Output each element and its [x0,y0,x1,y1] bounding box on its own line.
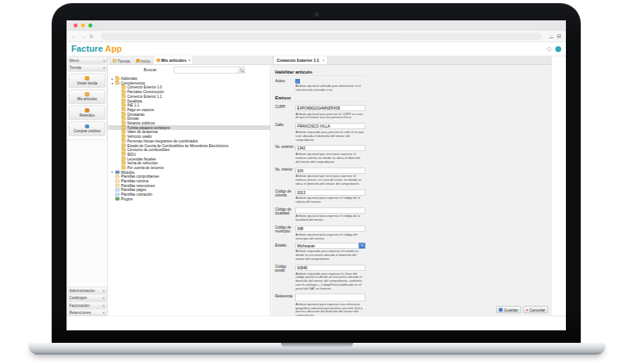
tree-item-label: Complementos [121,81,146,85]
search-button[interactable] [238,67,245,74]
catalog-tree: Addendas Complementos Comercio Exterior … [109,75,271,201]
tree-item-label: Plantillas comprobantes [121,175,160,178]
tab-comercio-exterior[interactable]: Comercio Exterior 1.1 × [273,56,328,65]
form-row-calle: Calle: Atributo requerido para precisar … [276,122,553,143]
search-row: Buscar: [109,65,271,75]
minimize-window-icon[interactable] [81,23,85,27]
tree-item-label: Vehículo usado [128,135,152,139]
chevron-down-icon[interactable]: ▾ [359,243,366,249]
template-icon [116,193,120,196]
tab-tienda[interactable]: Tienda [110,57,133,65]
tree-item[interactable]: Plugins [109,196,271,201]
support-avatar[interactable] [556,46,562,52]
sidebar-section-facturacion[interactable]: Facturación + [67,302,107,309]
field-help: Atributo opcional para expresar una refe… [296,302,366,316]
section-emisor: Emisor [276,95,366,102]
curp-field[interactable] [296,105,366,111]
field-label: No. interior: [276,166,296,187]
tree-item-label: Plantillas nómina [121,179,149,183]
expand-plus-icon: + [103,288,105,293]
no-exterior-field[interactable] [296,146,366,152]
sidebar-section-catalogos[interactable]: Catálogos + [67,294,107,301]
tree-item-label: Por cuenta de terceros [128,166,164,170]
field-label: Calle: [276,122,296,143]
search-label: Buscar: [144,67,158,72]
laptop-notch [281,343,353,348]
section-label: Catálogos [70,296,88,301]
download-icon[interactable] [549,34,554,38]
sidebar-header-tienda[interactable]: Tienda [67,64,107,71]
folder-icon [122,135,126,138]
search-input[interactable] [174,67,238,74]
folder-icon [122,153,126,156]
tab-mis-articulos[interactable]: Mis artículos × [154,56,194,65]
close-window-icon[interactable] [74,23,77,27]
no-interior-field[interactable] [296,168,366,174]
codigo-colonia-field[interactable] [296,189,366,196]
field-label: Código postal: [276,264,296,293]
calle-field[interactable] [296,124,366,130]
sidebar-header-tienda-label: Tienda [70,66,81,70]
sidebar-header-menu-label: Menú [70,58,80,63]
form-row-curp: CURP: Atributo opcional para precisar la… [276,104,553,121]
estado-select-value: Michoacán [296,243,359,249]
save-button[interactable]: Guardar [496,306,521,313]
codigo-municipio-field[interactable] [296,225,366,232]
url-bar[interactable] [101,33,542,40]
tree-item-label: Donatarias [128,112,145,116]
field-label: Código de colonia: [276,188,296,205]
articles-icon [157,59,160,62]
codigo-postal-field[interactable] [296,265,366,271]
codigo-localidad-field[interactable] [296,207,366,214]
field-help: Atributo opcional que sirve para expresa… [296,152,366,164]
buy-credits-button[interactable]: Comprar créditos [69,122,106,136]
tree-item-label: INE 1.1 [128,103,139,107]
tree-item-label: Addendas [121,77,138,81]
back-icon[interactable]: ← [71,34,77,39]
folder-icon [122,117,126,121]
folder-icon [122,121,126,124]
laptop-mockup: ← → ↻ Facture App [0,0,634,364]
store-panel: Visitar tienda Mis artículos Referidos [67,72,107,140]
webcam-icon [315,13,319,16]
my-articles-button[interactable]: Mis artículos [69,90,106,104]
folder-icon [122,113,126,116]
folder-icon [122,108,126,111]
activo-checkbox[interactable] [296,79,301,84]
field-label: CURP: [276,104,296,121]
field-help: Atributo opcional para expresar el códig… [296,214,366,222]
tree-item-label: Turista pasajero extranjero [128,125,170,129]
sidebar-header-menu[interactable]: Menú [67,57,107,64]
referencia-field[interactable] [296,294,366,301]
maximize-window-icon[interactable] [88,23,92,27]
left-sidebar: Menú Tienda Visitar tienda [67,56,108,316]
search-icon [240,68,243,71]
sidebar-section-administracion[interactable]: Administración + [67,287,107,294]
tree-item-label: Comercio Exterior 1.0 [128,85,162,89]
tree-item-label: Estado de Cuenta de Combustibles de Mone… [128,143,229,147]
sidebar-section-retenciones[interactable]: Retenciones + [67,309,107,316]
tab-inicio[interactable]: Inicio [133,57,153,65]
tree-item-label: Plugins [121,197,133,201]
referrals-button[interactable]: Referidos [69,106,106,120]
close-icon[interactable]: × [189,58,191,63]
tree-item-label: Comercio Exterior 1.1 [128,95,162,99]
browser-menu-icon[interactable] [557,34,562,38]
close-icon[interactable]: × [322,58,325,63]
tree-item-label: Plantillas cotización [121,193,153,196]
forward-icon[interactable]: → [81,34,86,39]
template-icon [116,189,120,192]
folder-icon [122,144,126,147]
app-logo: Facture App [71,44,122,54]
cancel-button[interactable]: × Cancelar [524,306,548,313]
reload-icon[interactable]: ↻ [89,34,94,39]
section-label: Administración [70,288,95,293]
visit-store-button[interactable]: Visitar tienda [69,74,106,88]
credits-icon [85,124,90,128]
settings-icon[interactable] [547,47,552,52]
tree-item-label: IEDU [128,153,136,157]
button-label: Guardar [504,308,518,312]
tree-item-label: Notarios públicos [128,121,155,125]
plugin-icon [116,197,120,200]
estado-select[interactable]: Michoacán ▾ [296,243,366,249]
